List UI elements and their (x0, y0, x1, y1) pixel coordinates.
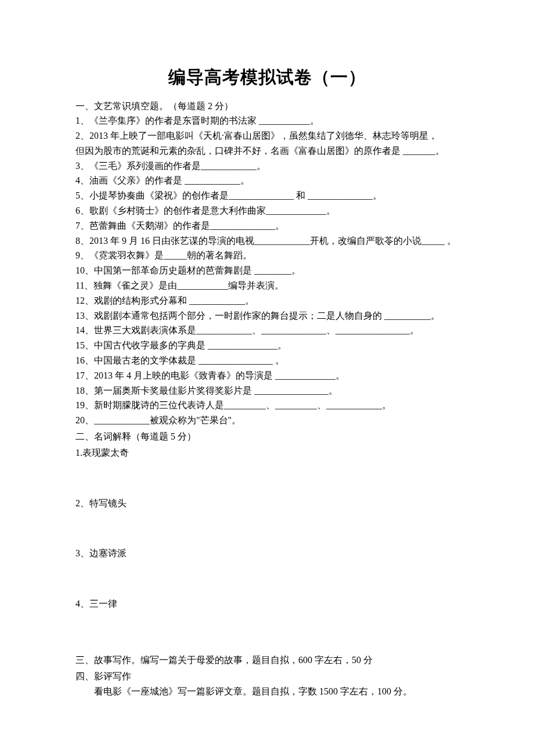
page-title: 编导高考模拟试卷（一） (75, 64, 459, 91)
question-13: 13、戏剧剧本通常包括两个部分，一时剧作家的舞台提示；二是人物自身的 _____… (75, 309, 459, 323)
question-17: 17、2013 年 4 月上映的电影《致青春》的导演是 ____________… (75, 369, 459, 383)
question-19: 19、新时期朦胧诗的三位代表诗人是_________、_________、___… (75, 398, 459, 413)
term-4: 4、三一律 (75, 597, 459, 611)
question-12: 12、戏剧的结构形式分幕和 ____________。 (75, 294, 459, 308)
term-1: 1.表现蒙太奇 (75, 446, 459, 460)
question-15: 15、中国古代收字最多的字典是 _______________。 (75, 339, 459, 353)
section-1-heading: 一、文艺常识填空题。（每道题 2 分） (75, 99, 459, 114)
question-3: 3、《三毛》系列漫画的作者是____________。 (75, 159, 459, 174)
term-3: 3、边塞诗派 (75, 546, 459, 561)
question-5: 5、小提琴协奏曲《梁祝》的创作者是______________ 和 ______… (75, 189, 459, 203)
question-16: 16、中国最古老的文学体裁是 ________________ 。 (75, 354, 459, 368)
section-4-heading: 四、影评写作 (75, 669, 459, 684)
question-7: 7、芭蕾舞曲《天鹅湖》的作者是______________。 (75, 219, 459, 233)
section-2-heading: 二、名词解释（每道题 5 分） (75, 430, 459, 444)
question-2b: 但因为股市的荒诞和元素的杂乱，口碑并不好，名画《富春山居图》的原作者是 ____… (75, 144, 459, 159)
question-14: 14、世界三大戏剧表演体系是____________、_____________… (75, 323, 459, 338)
question-10: 10、中国第一部革命历史题材的芭蕾舞剧是 ________。 (75, 264, 459, 278)
question-8: 8、2013 年 9 月 16 日由张艺谋的导演的电视____________开… (75, 234, 459, 249)
question-11: 11、独舞《雀之灵》是由___________编导并表演。 (75, 279, 459, 293)
question-2a: 2、2013 年上映了一部电影叫《天机·富春山居图》，虽然集结了刘德华、林志玲等… (75, 129, 459, 143)
question-1: 1、《兰亭集序》的作者是东晋时期的书法家 ___________。 (75, 114, 459, 128)
term-2: 2、特写镜头 (75, 496, 459, 511)
question-9: 9、《霓裳羽衣舞》是_____朝的著名舞蹈。 (75, 249, 459, 263)
question-20: 20、____________被观众称为"芒果台"。 (75, 413, 459, 428)
question-18: 18、第一届奥斯卡奖最佳影片奖得奖影片是 ________________。 (75, 384, 459, 398)
question-4: 4、油画《父亲》的作者是 ____________。 (75, 174, 459, 188)
section-3-heading: 三、故事写作。编写一篇关于母爱的故事，题目自拟，600 字左右，50 分 (75, 653, 459, 668)
section-4-body: 看电影《一座城池》写一篇影评文章。题目自拟，字数 1500 字左右，100 分。 (75, 685, 459, 699)
question-6: 6、歌剧《乡村骑士》的创作者是意大利作曲家_____________。 (75, 204, 459, 218)
